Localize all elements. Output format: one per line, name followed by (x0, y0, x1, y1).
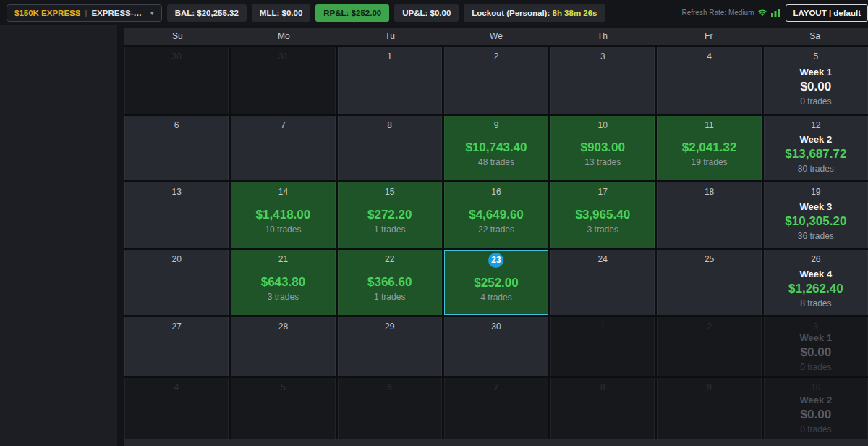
calendar-day-cell[interactable]: 14$1,418.0010 trades (231, 182, 335, 248)
layout-selector-button[interactable]: LAYOUT | default (786, 4, 868, 22)
calendar-day-cell[interactable]: 31 (231, 47, 335, 114)
day-number: 8 (600, 382, 605, 393)
day-number: 10 (811, 382, 820, 393)
calendar-day-cell[interactable]: 7 (231, 116, 335, 181)
account-separator: | (85, 9, 87, 17)
day-number: 20 (171, 254, 181, 265)
cell-body: $272.201 trades (367, 198, 412, 248)
week-label: Week 1 (800, 67, 833, 77)
day-number: 15 (385, 187, 394, 198)
week-label: Week 2 (800, 395, 833, 405)
pnl-amount: $903.00 (581, 140, 625, 155)
trade-count: 36 trades (798, 231, 834, 241)
day-number: 13 (171, 187, 181, 198)
calendar-day-cell[interactable]: 9 (657, 378, 761, 439)
cell-body: $252.004 trades (474, 268, 518, 314)
calendar-day-cell[interactable]: 15$272.201 trades (338, 182, 442, 248)
trade-count: 3 trades (268, 292, 299, 302)
calendar-day-cell[interactable]: 5 (231, 378, 335, 439)
calendar-day-cell[interactable]: 23$252.004 trades (444, 250, 548, 315)
calendar-day-cell[interactable]: 3 (550, 47, 655, 114)
day-number: 26 (811, 254, 820, 265)
day-number: 6 (174, 120, 179, 131)
day-number: 2 (494, 51, 499, 62)
calendar-day-cell[interactable]: 8 (338, 116, 442, 181)
calendar-day-cell[interactable]: 1 (338, 47, 442, 114)
cell-body: $643.803 trades (261, 265, 305, 315)
day-number: 30 (171, 51, 181, 62)
day-number: 7 (281, 120, 286, 131)
calendar-day-cell[interactable]: 9$10,743.4048 trades (444, 116, 548, 181)
day-number: 16 (491, 187, 501, 198)
cell-body: Week 4$1,262.408 trades (788, 265, 843, 315)
day-number: 9 (707, 382, 712, 393)
top-toolbar: $150K EXPRESS | EXPRESS-… ▾ BAL: $20,255… (0, 0, 868, 25)
calendar-day-cell[interactable]: 30 (124, 47, 229, 114)
cell-body: Week 3$10,305.2036 trades (785, 198, 846, 248)
cell-body: Week 1$0.000 trades (800, 62, 833, 114)
trade-count: 1 trades (374, 224, 405, 235)
day-number: 7 (494, 382, 499, 393)
pnl-calendar: Su Mo Tu We Th Fr Sa 303112345Week 1$0.0… (124, 25, 868, 446)
account-selector-dropdown[interactable]: $150K EXPRESS | EXPRESS-… ▾ (7, 4, 162, 22)
lockout-label: Lockout (Personal): (472, 9, 552, 17)
calendar-day-cell[interactable]: 10$903.0013 trades (550, 116, 655, 181)
calendar-day-cell[interactable]: 28 (231, 317, 335, 376)
calendar-day-cell[interactable]: 20 (124, 250, 229, 315)
calendar-day-cell[interactable]: 7 (444, 378, 548, 439)
pnl-amount: $272.20 (367, 208, 412, 222)
calendar-day-cell[interactable]: 4 (657, 47, 761, 114)
calendar-day-cell[interactable]: 17$3,965.403 trades (550, 182, 655, 248)
main-area: Su Mo Tu We Th Fr Sa 303112345Week 1$0.0… (0, 25, 868, 446)
calendar-day-cell[interactable]: 4 (124, 378, 229, 439)
trade-count: 48 trades (478, 157, 514, 167)
pnl-amount: $252.00 (474, 276, 518, 290)
trade-count: 3 trades (587, 224, 618, 235)
calendar-day-cell[interactable]: 22$366.601 trades (338, 250, 442, 315)
pnl-amount: $10,743.40 (465, 140, 527, 155)
calendar-day-cell[interactable]: 18 (657, 182, 761, 248)
day-number: 2 (707, 321, 712, 332)
day-number: 21 (278, 254, 288, 265)
calendar-grid: 303112345Week 1$0.000 trades6789$10,743.… (124, 45, 868, 439)
calendar-week-summary-cell: 19Week 3$10,305.2036 trades (764, 182, 868, 248)
calendar-day-cell[interactable]: 1 (550, 317, 655, 376)
left-sidebar-panel (0, 25, 117, 446)
day-number: 1 (600, 321, 605, 332)
day-number: 27 (171, 321, 181, 332)
pnl-amount: $643.80 (261, 275, 305, 290)
cell-body: Week 2$13,687.7280 trades (785, 131, 846, 181)
lockout-pill: Lockout (Personal): 8h 38m 26s (464, 4, 605, 22)
day-number: 22 (385, 254, 394, 265)
calendar-bottom-strip (124, 439, 868, 446)
calendar-day-cell[interactable]: 24 (550, 250, 655, 315)
calendar-day-cell[interactable]: 13 (124, 182, 229, 248)
weekday-label-tu: Tu (337, 31, 443, 41)
calendar-day-cell[interactable]: 2 (657, 317, 761, 376)
cell-body: $2,041.3219 trades (682, 131, 737, 181)
calendar-day-cell[interactable]: 25 (657, 250, 761, 315)
calendar-day-cell[interactable]: 27 (124, 317, 229, 376)
calendar-day-cell[interactable]: 16$4,649.6022 trades (444, 182, 548, 248)
trade-count: 22 trades (478, 224, 514, 235)
balance-pill: BAL: $20,255.32 (167, 4, 247, 22)
trade-count: 0 trades (800, 362, 831, 372)
calendar-day-cell[interactable]: 6 (124, 116, 229, 181)
calendar-day-cell[interactable]: 21$643.803 trades (231, 250, 335, 315)
trade-count: 10 trades (265, 224, 301, 235)
calendar-day-cell[interactable]: 29 (338, 317, 442, 376)
pnl-amount: $3,965.40 (575, 208, 630, 222)
day-number: 1 (387, 51, 392, 62)
day-number: 4 (707, 51, 712, 62)
calendar-day-cell[interactable]: 30 (444, 317, 548, 376)
calendar-day-cell[interactable]: 6 (338, 378, 442, 439)
calendar-week-summary-cell: 5Week 1$0.000 trades (764, 47, 868, 114)
day-number: 14 (278, 187, 288, 198)
pnl-amount: $1,418.00 (256, 208, 311, 222)
calendar-day-cell[interactable]: 11$2,041.3219 trades (657, 116, 761, 181)
calendar-day-cell[interactable]: 8 (550, 378, 655, 439)
pnl-amount: $10,305.20 (785, 214, 846, 229)
calendar-day-cell[interactable]: 2 (444, 47, 548, 114)
trade-count: 1 trades (374, 292, 405, 302)
day-number: 31 (278, 51, 288, 62)
